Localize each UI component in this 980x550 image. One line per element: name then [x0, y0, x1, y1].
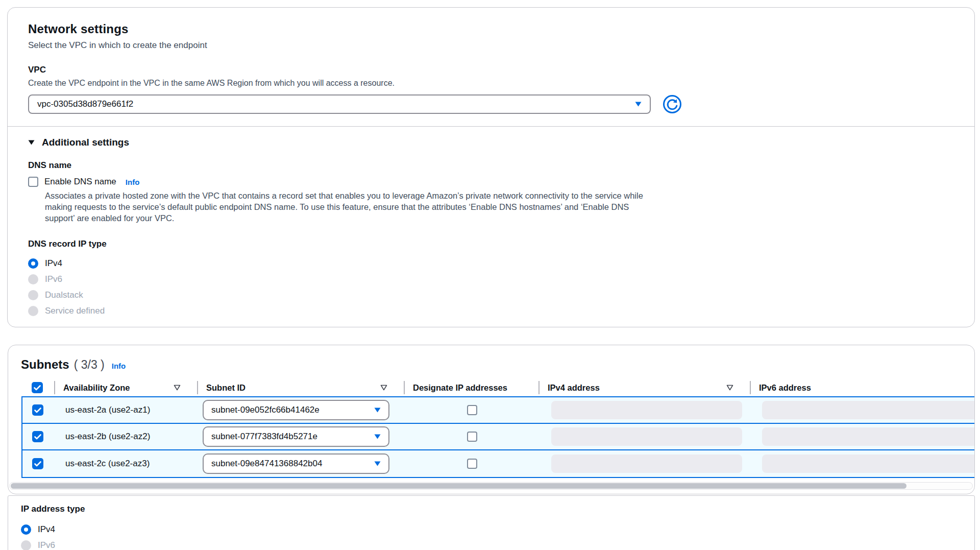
column-availability-zone-label: Availability Zone: [63, 383, 130, 393]
subnets-table-body: us-east-2a (use2-az1) subnet-09e052fc66b…: [21, 396, 974, 478]
additional-settings-title: Additional settings: [42, 137, 129, 148]
ipv4-address-cell: [540, 401, 751, 419]
subnet-id-select[interactable]: subnet-09e84741368842b04: [203, 453, 389, 474]
column-ipv4-address-label: IPv4 address: [548, 383, 600, 393]
radio-ipv6-label: IPv6: [38, 540, 55, 550]
radio-dualstack: [28, 290, 38, 300]
column-ipv6-address-label: IPv6 address: [759, 383, 811, 393]
designate-ip-checkbox[interactable]: [467, 459, 477, 469]
subnet-id-cell: subnet-09e84741368842b04: [198, 453, 405, 474]
radio-option-dualstack: Dualstack: [28, 287, 954, 303]
chevron-down-icon: [374, 461, 381, 466]
vpc-select-row: vpc-0305d38d879e661f2: [28, 93, 954, 115]
filter-sort-icon[interactable]: [174, 385, 181, 391]
chevron-down-icon: [635, 102, 642, 107]
filter-sort-icon[interactable]: [726, 385, 733, 391]
refresh-button[interactable]: [662, 93, 683, 115]
horizontal-scrollbar[interactable]: [9, 482, 973, 490]
radio-option-ipv6: IPv6: [21, 537, 954, 550]
availability-zone-value: us-east-2a (use2-az1): [55, 405, 198, 415]
radio-ipv6-label: IPv6: [45, 274, 62, 284]
radio-service-defined: [28, 306, 38, 316]
ip-address-type-label: IP address type: [21, 504, 954, 514]
row-select-cell: [22, 458, 55, 469]
ipv4-address-cell: [540, 455, 751, 473]
table-row: us-east-2a (use2-az1) subnet-09e052fc66b…: [22, 397, 974, 424]
column-divider: [750, 381, 751, 394]
radio-option-ipv4: IPv4: [28, 255, 954, 271]
subnets-counter: ( 3/3 ): [74, 358, 105, 372]
page-title: Network settings: [28, 22, 954, 36]
refresh-icon: [663, 94, 682, 114]
column-divider: [197, 381, 198, 394]
subnet-id-select[interactable]: subnet-077f7383fd4b5271e: [203, 426, 389, 447]
subnets-card: Subnets ( 3/3 ) Info Availability Zone S…: [8, 345, 975, 494]
ipv6-address-field: [762, 401, 974, 419]
availability-zone-value: us-east-2c (use2-az3): [55, 459, 198, 469]
select-all-checkbox[interactable]: [32, 382, 43, 393]
row-checkbox[interactable]: [32, 431, 43, 442]
subnets-title: Subnets: [21, 357, 69, 372]
designate-ip-cell: [405, 405, 540, 415]
vpc-description: Create the VPC endpoint in the VPC in th…: [28, 79, 954, 88]
row-checkbox[interactable]: [32, 458, 43, 469]
designate-ip-cell: [405, 432, 540, 442]
checkmark-icon: [34, 408, 41, 413]
ip-address-type-group: IPv4 IPv6 Dualstack: [21, 521, 954, 550]
filter-sort-icon[interactable]: [380, 385, 387, 391]
subnets-header: Subnets ( 3/3 ) Info: [8, 357, 974, 372]
column-ipv6-address: IPv6 address: [750, 379, 974, 396]
designate-ip-checkbox[interactable]: [467, 405, 477, 415]
dns-name-label: DNS name: [28, 160, 954, 171]
column-subnet-id-label: Subnet ID: [206, 383, 246, 393]
checkmark-icon: [34, 385, 41, 391]
ipv4-address-cell: [540, 427, 751, 446]
subnets-info-link[interactable]: Info: [112, 362, 126, 370]
dns-name-description: Associates a private hosted zone with th…: [45, 190, 652, 224]
enable-dns-name-label: Enable DNS name: [44, 177, 116, 187]
checkmark-icon: [34, 461, 41, 467]
table-row: us-east-2b (use2-az2) subnet-077f7383fd4…: [22, 424, 974, 450]
radio-option-ipv4: IPv4: [21, 521, 954, 537]
radio-ipv4[interactable]: [21, 524, 31, 535]
ipv6-address-field: [762, 455, 974, 473]
section-divider: [8, 126, 974, 127]
column-divider: [538, 381, 540, 394]
column-divider: [404, 381, 405, 394]
dns-name-info-link[interactable]: Info: [126, 178, 140, 186]
subnet-id-cell: subnet-077f7383fd4b5271e: [198, 426, 405, 447]
additional-settings-expander[interactable]: Additional settings: [28, 137, 954, 148]
chevron-down-icon: [374, 408, 381, 413]
radio-ipv4-label: IPv4: [45, 258, 62, 269]
ipv6-address-cell: [751, 401, 974, 419]
enable-dns-name-checkbox[interactable]: [28, 177, 38, 187]
column-designate-ip-label: Designate IP addresses: [413, 383, 507, 393]
chevron-down-icon: [374, 434, 381, 439]
designate-ip-cell: [405, 459, 540, 469]
page-subtitle: Select the VPC in which to create the en…: [28, 40, 954, 51]
dns-record-ip-type-label: DNS record IP type: [28, 239, 954, 249]
ip-address-type-card: IP address type IPv4 IPv6 Dualstack: [8, 495, 975, 550]
radio-ipv4[interactable]: [28, 258, 38, 269]
vpc-select[interactable]: vpc-0305d38d879e661f2: [28, 94, 651, 114]
ipv4-address-field: [551, 401, 742, 419]
designate-ip-checkbox[interactable]: [467, 432, 477, 442]
ipv6-address-field: [762, 427, 974, 446]
column-availability-zone: Availability Zone: [54, 379, 197, 396]
ipv4-address-field: [551, 427, 742, 446]
column-subnet-id: Subnet ID: [197, 379, 404, 396]
ipv6-address-cell: [751, 427, 974, 446]
row-checkbox[interactable]: [32, 404, 43, 416]
column-divider: [54, 381, 55, 394]
subnet-id-select[interactable]: subnet-09e052fc66b41462e: [203, 400, 389, 420]
radio-ipv4-label: IPv4: [38, 524, 55, 535]
subnet-id-select-value: subnet-09e052fc66b41462e: [211, 405, 320, 415]
column-ipv4-address: IPv4 address: [538, 379, 750, 396]
vpc-label: VPC: [28, 65, 954, 75]
ipv4-address-field: [551, 455, 742, 473]
subnets-table-header: Availability Zone Subnet ID Designate IP…: [21, 379, 974, 396]
radio-ipv6: [28, 274, 38, 284]
select-all-cell: [21, 379, 54, 396]
scrollbar-thumb[interactable]: [11, 483, 906, 489]
column-designate-ip: Designate IP addresses: [404, 379, 538, 396]
